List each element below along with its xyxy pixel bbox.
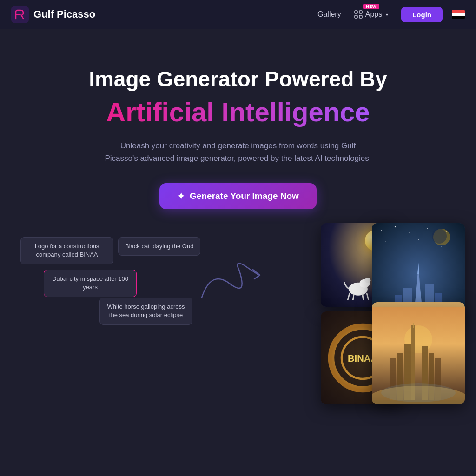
svg-point-14 xyxy=(409,232,410,233)
logo-icon xyxy=(11,6,29,23)
flag-icon[interactable] xyxy=(452,10,465,19)
prompt-chip-1-text: Logo for a constructions company called … xyxy=(35,243,99,258)
prompt-chip-3-text: Dubai city in space after 100 years xyxy=(52,275,128,291)
svg-point-17 xyxy=(385,241,386,242)
svg-point-42 xyxy=(381,383,456,402)
flag-red-stripe xyxy=(452,10,465,13)
apps-menu-wrapper: NEW Apps ▾ xyxy=(350,8,392,20)
svg-rect-1 xyxy=(355,11,357,13)
apps-menu[interactable]: Apps ▾ xyxy=(350,8,392,20)
svg-rect-4 xyxy=(359,15,362,18)
svg-point-19 xyxy=(441,246,442,247)
prompt-chip-4: White horse galloping across the sea dur… xyxy=(99,298,192,324)
gallery-link[interactable]: Gallery xyxy=(317,10,341,19)
prompt-chip-3: Dubai city in space after 100 years xyxy=(44,270,137,297)
svg-rect-3 xyxy=(355,15,357,18)
svg-rect-2 xyxy=(359,11,362,13)
svg-point-13 xyxy=(395,226,396,227)
svg-point-15 xyxy=(427,228,428,229)
generate-button[interactable]: ✦ Generate Your Image Now xyxy=(159,183,317,209)
prompt-chip-2-text: Black cat playing the Oud xyxy=(125,243,193,250)
svg-point-7 xyxy=(364,278,370,283)
apps-label: Apps xyxy=(365,10,382,19)
swirl-arrow-icon xyxy=(192,260,285,307)
logo-area[interactable]: Gulf Picasso xyxy=(11,6,95,23)
flag-white-stripe xyxy=(452,13,465,16)
svg-point-18 xyxy=(418,239,419,240)
demo-area: Logo for a constructions company called … xyxy=(11,223,465,418)
hero-heading-line2: Artificial Intelligence xyxy=(106,96,370,128)
svg-line-11 xyxy=(367,293,369,300)
golden-dubai-svg xyxy=(372,302,465,404)
prompt-chip-2: Black cat playing the Oud xyxy=(118,237,200,256)
new-badge: NEW xyxy=(363,4,379,9)
sparkle-icon: ✦ xyxy=(177,191,185,202)
login-button[interactable]: Login xyxy=(401,7,443,22)
prompt-chip-4-text: White horse galloping across the sea dur… xyxy=(107,303,185,318)
hero-section: Image Generator Powered By Artificial In… xyxy=(0,29,476,437)
flag-black-stripe xyxy=(452,16,465,19)
image-cards-container: BINAA xyxy=(316,223,465,409)
prompt-chip-1: Logo for a constructions company called … xyxy=(20,237,113,264)
generate-button-label: Generate Your Image Now xyxy=(190,191,299,201)
svg-marker-23 xyxy=(417,263,419,274)
svg-point-12 xyxy=(381,230,382,231)
apps-grid-icon xyxy=(354,10,363,19)
hero-subtitle: Unleash your creativity and generate ima… xyxy=(103,139,373,165)
svg-point-21 xyxy=(432,229,447,244)
svg-line-9 xyxy=(353,294,354,300)
navbar: Gulf Picasso Gallery NEW Apps ▾ Login xyxy=(0,0,476,29)
buildings-card-bg xyxy=(372,302,465,404)
svg-rect-34 xyxy=(413,323,414,328)
chevron-down-icon: ▾ xyxy=(386,12,388,17)
svg-line-8 xyxy=(348,293,350,300)
nav-right: Gallery NEW Apps ▾ Login xyxy=(317,7,465,22)
image-card-buildings xyxy=(372,302,465,404)
app-name: Gulf Picasso xyxy=(33,8,95,20)
hero-heading-line1: Image Generator Powered By xyxy=(89,66,387,92)
svg-line-10 xyxy=(362,294,363,300)
